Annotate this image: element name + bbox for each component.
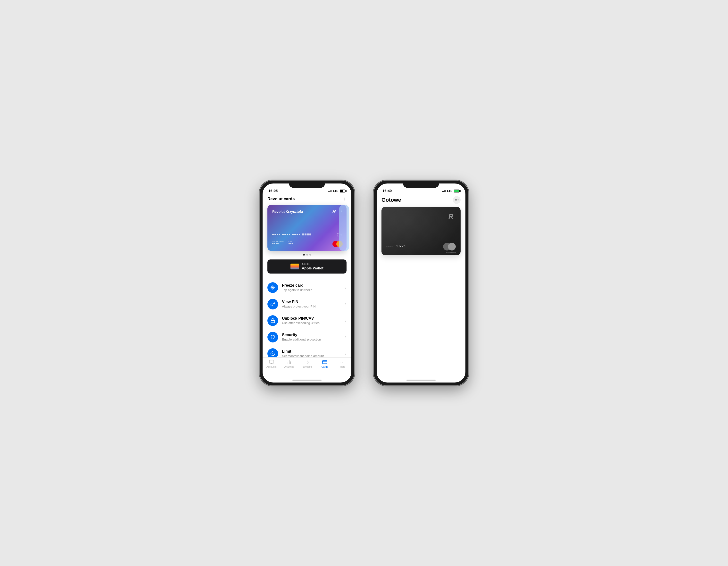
limit-text: Limit Set monthly spending amount [282,349,341,357]
more-dots-icon: ••• [455,198,459,202]
unblock-pin-icon-circle [267,315,278,326]
analytics-tab-icon [287,359,292,365]
security-subtitle: Enable additional protection [282,338,341,341]
security-title: Security [282,333,341,337]
accounts-tab-icon [269,359,274,365]
tab-bar-left: Accounts Analytics Payments Cards [263,357,351,378]
card-info-row: VALID THRU CVV [272,240,342,244]
carousel-dot-1[interactable] [303,254,305,256]
card-dot [272,234,274,235]
view-pin-chevron: › [345,301,347,307]
cvv-dots [289,243,293,244]
unblock-pin-chevron: › [345,318,347,323]
payments-tab-label: Payments [302,366,312,368]
tab-analytics[interactable]: Analytics [280,359,298,368]
right-screen-content: Gotowe ••• R •••• 1629 [377,194,465,378]
left-phone-screen: 16:05 LTE Revolut cards + [263,183,351,383]
payments-tab-icon [304,359,310,365]
card-dots-3 [292,234,300,235]
signal-bar-3 [330,190,331,192]
add-to-apple-wallet-button[interactable]: Add to Apple Wallet [267,259,347,274]
tab-payments[interactable]: Payments [298,359,316,368]
svg-rect-6 [269,360,273,363]
battery-icon-left [340,190,346,192]
card-last-digits [302,233,311,235]
card-dot [284,234,286,235]
signal-bar-r3 [444,190,445,192]
shield-icon [270,335,275,340]
mastercard-text: mastercard [446,252,456,254]
more-options-button[interactable]: ••• [453,196,461,204]
status-time-right: 16:40 [382,189,392,193]
right-phone: 16:40 LTE Gotowe ••• [374,181,468,385]
carousel-dot-2[interactable] [306,254,308,256]
unblock-pin-item[interactable]: Unblock PIN/CVV Use after exceeding 3 tr… [263,312,351,329]
view-pin-title: View PIN [282,300,341,304]
card-cvv: CVV [289,240,293,244]
carousel-dot-3[interactable] [309,254,311,256]
unblock-pin-title: Unblock PIN/CVV [282,316,341,321]
left-phone: 16:05 LTE Revolut cards + [260,181,354,385]
card-dot [277,234,278,235]
signal-bar-1 [328,191,329,192]
apple-wallet-line2: Apple Wallet [302,266,323,271]
lock-open-icon [270,318,275,323]
freeze-card-chevron: › [345,285,347,290]
unblock-pin-subtitle: Use after exceeding 3 tries [282,321,341,325]
svg-rect-4 [271,320,275,323]
add-card-button[interactable]: + [343,196,347,202]
digit-box [307,233,309,235]
valid-thru-dots [272,243,284,244]
network-label-left: LTE [333,189,338,193]
security-item[interactable]: Security Enable additional protection › [263,329,351,345]
home-bar [292,380,322,381]
card-dot [292,234,294,235]
cvv-label: CVV [289,240,293,242]
limit-item[interactable]: Limit Set monthly spending amount › [263,345,351,357]
apple-wallet-text: Add to Apple Wallet [302,262,323,271]
svg-point-9 [342,362,343,363]
digit-box [302,233,304,235]
home-bar-right [406,380,436,381]
security-text: Security Enable additional protection [282,333,341,341]
card-carousel: R Revolut Krzysztofa [263,205,351,251]
card-dot [294,234,296,235]
card-dots-1 [272,234,280,235]
signal-bar-r4 [445,190,446,192]
freeze-card-item[interactable]: Freeze card Tap again to unfreeze › [263,279,351,296]
signal-bar-r1 [442,191,443,192]
tab-accounts[interactable]: Accounts [263,359,280,368]
signal-bars-right [442,190,446,192]
svg-rect-7 [323,361,327,364]
cards-header: Revolut cards + [263,194,351,205]
card-dot [282,234,284,235]
card-dot [289,234,290,235]
tab-more[interactable]: More [334,359,351,368]
card-holder-name: Revolut Krzysztofa [272,210,303,214]
card-dot [297,234,298,235]
status-icons-right: LTE [442,189,460,193]
battery-fill-right [454,190,459,192]
freeze-icon [270,285,275,290]
accounts-tab-label: Accounts [266,366,276,368]
limit-subtitle: Set monthly spending amount [282,354,341,357]
gotowe-title: Gotowe [381,197,401,203]
freeze-icon-circle [267,282,278,293]
cards-title: Revolut cards [267,197,295,201]
status-time-left: 16:05 [268,189,278,193]
tab-cards[interactable]: Cards [316,359,334,368]
carousel-dots [263,254,351,256]
dark-card-visual[interactable]: R •••• 1629 mastercard [381,207,461,255]
freeze-card-subtitle: Tap again to unfreeze [282,288,341,292]
signal-bar-r2 [443,191,444,192]
status-icons-left: LTE [328,189,346,193]
svg-point-5 [273,353,273,354]
view-pin-item[interactable]: View PIN Always protect your PIN › [263,296,351,312]
svg-point-3 [272,287,273,288]
digit-box [309,233,311,235]
svg-point-10 [344,362,344,363]
more-tab-label: More [340,366,345,368]
credit-card-visual[interactable]: R Revolut Krzysztofa [267,205,347,251]
more-tab-icon [340,359,345,365]
card-valid-thru: VALID THRU [272,240,284,244]
